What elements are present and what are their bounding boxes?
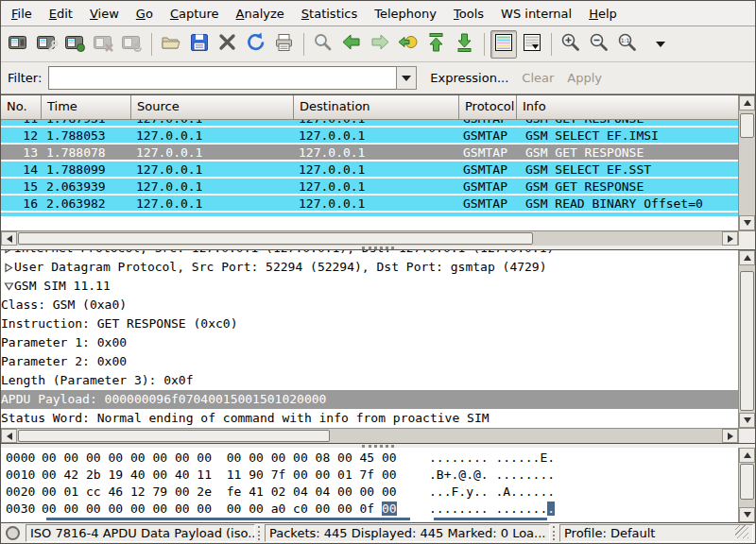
hex-row-0000[interactable]: 000000 00 00 00 00 00 00 00 00 00 00 00 … [1, 450, 738, 467]
column-header-info[interactable]: Info [517, 95, 738, 119]
scroll-thumb[interactable] [740, 113, 754, 138]
menu-help[interactable]: Help [580, 3, 626, 25]
scroll-down-button[interactable] [739, 413, 755, 428]
column-header-protocol[interactable]: Protocol [459, 95, 517, 119]
menu-analyze[interactable]: Analyze [228, 3, 293, 25]
scroll-left-button[interactable] [1, 231, 17, 246]
column-header-no[interactable]: No. [1, 95, 42, 119]
expander-collapsed-icon[interactable] [1, 250, 14, 254]
menu-edit[interactable]: Edit [41, 3, 81, 25]
hex-row-0030[interactable]: 003000 00 00 00 00 00 00 00 00 00 a0 c0 … [1, 501, 738, 518]
go-forward-button[interactable] [367, 30, 393, 59]
packet-row-13-selected[interactable]: 131.788078127.0.0.1127.0.0.1GSMTAPGSM GE… [1, 144, 738, 162]
detail-row-gsm-sim[interactable]: GSM SIM 11.11 [1, 277, 738, 296]
hex-vscrollbar[interactable] [738, 448, 755, 522]
capture-stop-button[interactable] [91, 30, 117, 59]
scroll-thumb[interactable] [18, 430, 330, 442]
packet-list-vscrollbar[interactable] [738, 95, 755, 230]
go-to-top-button[interactable] [423, 30, 450, 59]
capture-start-button[interactable] [62, 30, 89, 59]
packet-row-11[interactable]: 111.787931127.0.0.1127.0.0.1GSMTAPGSM GE… [1, 120, 738, 128]
scroll-thumb[interactable] [740, 464, 754, 500]
hex-row-0010[interactable]: 001000 42 2b 19 40 00 40 11 11 90 7f 00 … [1, 467, 738, 484]
detail-row-parameter2[interactable]: Parameter 2: 0x00 [1, 352, 738, 371]
go-back-button[interactable] [338, 30, 365, 59]
file-open-button[interactable] [158, 30, 184, 59]
packet-row-16[interactable]: 162.063982127.0.0.1127.0.0.1GSMTAPGSM RE… [1, 196, 738, 212]
packet-row-14[interactable]: 141.788099127.0.0.1127.0.0.1GSMTAPGSM SE… [1, 162, 738, 178]
status-profile-field[interactable]: Profile: Default [559, 524, 753, 542]
find-packet-button[interactable] [310, 30, 336, 59]
detail-row-class[interactable]: Class: GSM (0xa0) [1, 296, 738, 314]
reload-button[interactable] [243, 30, 269, 59]
packet-list-pane: No. Time Source Destination Protocol Inf… [1, 94, 755, 246]
menu-view[interactable]: View [81, 3, 128, 25]
filter-dropdown-button[interactable] [396, 66, 417, 90]
hex-row-0020[interactable]: 002000 01 cc 46 12 79 00 2e fe 41 02 04 … [1, 484, 738, 501]
go-to-bottom-button[interactable] [452, 30, 478, 59]
packet-row-17-partial[interactable] [1, 212, 738, 216]
toolbar-separator [151, 33, 152, 56]
toolbar-overflow-icon[interactable] [656, 42, 665, 47]
column-header-time[interactable]: Time [42, 95, 131, 119]
column-header-source[interactable]: Source [131, 95, 294, 119]
scroll-down-button[interactable] [739, 215, 755, 230]
scroll-right-button[interactable] [722, 429, 738, 443]
scroll-thumb[interactable] [740, 271, 754, 411]
scroll-right-button[interactable] [722, 231, 738, 246]
detail-row-parameter1[interactable]: Parameter 1: 0x00 [1, 333, 738, 352]
details-vscrollbar[interactable] [738, 250, 755, 428]
menu-file[interactable]: File [3, 3, 41, 25]
zoom-out-button[interactable] [586, 30, 612, 59]
expression-button[interactable]: Expression... [430, 71, 508, 85]
arrow-back-icon [340, 31, 363, 57]
menu-go[interactable]: Go [128, 3, 162, 25]
packet-row-12[interactable]: 121.788053127.0.0.1127.0.0.1GSMTAPGSM SE… [1, 128, 738, 144]
detail-row-instruction[interactable]: Instruction: GET RESPONSE (0xc0) [1, 314, 738, 333]
detail-row-status-word[interactable]: Status Word: Normal ending of command wi… [1, 409, 738, 428]
zoom-100-button[interactable]: 1:1 [614, 30, 641, 59]
hex-dump-rows: 000000 00 00 00 00 00 00 00 00 00 00 00 … [1, 448, 738, 522]
menu-tools[interactable]: Tools [445, 3, 492, 25]
apply-button[interactable]: Apply [567, 71, 602, 85]
scroll-up-button[interactable] [739, 250, 755, 265]
file-save-as-button[interactable] [186, 30, 213, 59]
auto-scroll-icon [521, 31, 543, 57]
menu-telephony[interactable]: Telephony [366, 3, 445, 25]
column-header-destination[interactable]: Destination [294, 95, 459, 119]
window-resize-grip[interactable] [735, 525, 748, 538]
capture-restart-button[interactable] [119, 30, 146, 59]
expert-info-icon[interactable] [6, 526, 20, 540]
clear-button[interactable]: Clear [522, 71, 554, 85]
menu-capture[interactable]: Capture [162, 3, 228, 25]
detail-row-apdu-payload-selected[interactable]: APDU Payload: 000000096f0704001500150102… [1, 390, 738, 409]
scroll-up-button[interactable] [739, 448, 755, 463]
packet-row-15[interactable]: 152.063939127.0.0.1127.0.0.1GSMTAPGSM GE… [1, 178, 738, 196]
menu-statistics[interactable]: Statistics [293, 3, 366, 25]
svg-text:1:1: 1:1 [621, 37, 630, 43]
colorize-toggle-button[interactable] [490, 30, 517, 59]
scroll-thumb[interactable] [18, 232, 533, 245]
chevron-down-icon [402, 76, 411, 81]
selected-hex-byte: 00 [382, 502, 397, 516]
scroll-left-button[interactable] [1, 429, 17, 443]
auto-scroll-toggle-button[interactable] [519, 30, 545, 59]
details-hscrollbar[interactable] [1, 428, 755, 443]
file-close-button[interactable] [215, 30, 241, 59]
zoom-in-button[interactable] [558, 30, 584, 59]
detail-row-length[interactable]: Length (Parameter 3): 0x0f [1, 371, 738, 390]
expander-collapsed-icon[interactable] [1, 263, 14, 273]
packet-list-hscrollbar[interactable] [1, 230, 755, 246]
detail-row-udp[interactable]: User Datagram Protocol, Src Port: 52294 … [1, 258, 738, 277]
filter-input[interactable] [48, 66, 396, 90]
detail-row-ip[interactable]: Internet Protocol, Src: 127.0.0.1 (127.0… [1, 250, 738, 258]
open-folder-icon [160, 31, 182, 57]
go-to-packet-button[interactable] [395, 30, 421, 59]
expander-expanded-icon[interactable] [1, 281, 14, 291]
print-button[interactable] [271, 30, 298, 59]
scroll-down-button[interactable] [739, 507, 755, 522]
capture-options-button[interactable] [34, 30, 60, 59]
menu-ws-internal[interactable]: WS internal [492, 3, 580, 25]
scroll-up-button[interactable] [739, 95, 755, 110]
list-interfaces-button[interactable] [6, 30, 32, 59]
